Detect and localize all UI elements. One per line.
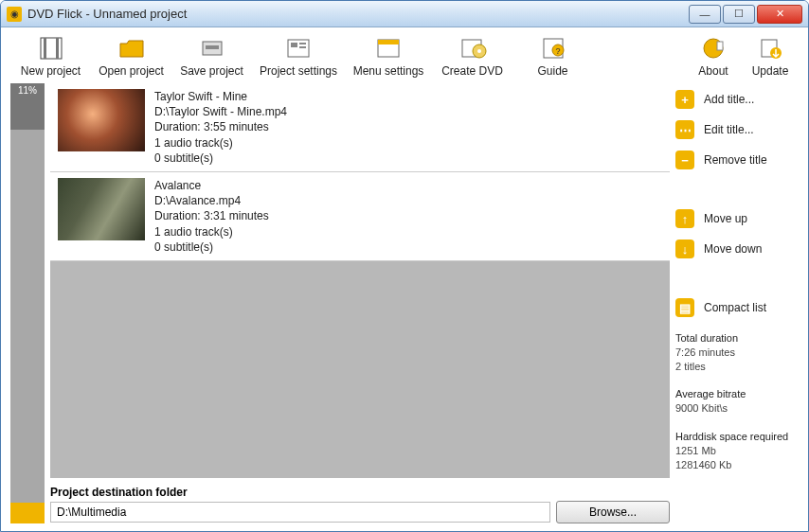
title-row[interactable]: Taylor Swift - Mine D:\Taylor Swift - Mi… [50,83,670,172]
title-list[interactable]: Taylor Swift - Mine D:\Taylor Swift - Mi… [50,83,670,478]
side-panel: + Add title... ⋯ Edit title... − Remove … [675,83,799,523]
title-audio: 1 audio track(s) [154,135,287,151]
update-button[interactable]: Update [742,33,799,80]
guide-button[interactable]: ? Guide [512,33,593,80]
title-info: Taylor Swift - Mine D:\Taylor Swift - Mi… [154,89,287,166]
svg-rect-4 [206,45,219,49]
project-settings-icon [283,35,314,62]
svg-rect-2 [56,38,59,59]
add-title-button[interactable]: + Add title... [675,87,799,112]
title-path: D:\Avalance.mp4 [154,193,269,208]
plus-icon: + [675,90,694,109]
move-down-button[interactable]: ↓ Move down [675,237,799,261]
compact-list-button[interactable]: ▤ Compact list [675,295,799,320]
svg-point-13 [477,49,481,53]
disc-usage-column: 11% [10,83,45,523]
edit-icon: ⋯ [675,120,694,139]
save-project-button[interactable]: Save project [171,33,252,80]
list-icon: ▤ [675,298,694,317]
main-toolbar: New project Open project Save project Pr… [1,27,808,83]
title-duration: Duration: 3:31 minutes [154,208,269,223]
total-titles-value: 2 titles [675,360,799,374]
middle-column: Taylor Swift - Mine D:\Taylor Swift - Mi… [50,83,670,523]
edit-title-button[interactable]: ⋯ Edit title... [675,117,799,142]
guide-icon: ? [538,35,568,62]
create-dvd-button[interactable]: Create DVD [432,33,512,80]
svg-text:?: ? [555,46,560,56]
title-thumbnail [58,178,145,240]
about-button[interactable]: About [685,33,742,80]
open-folder-icon [117,35,147,62]
disc-usage-marker [10,503,45,523]
title-audio: 1 audio track(s) [154,224,269,239]
remove-title-button[interactable]: − Remove title [675,148,799,172]
content-area: 11% Taylor Swift - Mine D:\Taylor Swift … [1,83,808,531]
move-up-button[interactable]: ↑ Move up [675,206,799,231]
title-subs: 0 subtitle(s) [154,239,269,255]
about-icon [698,35,728,62]
title-name: Avalance [154,178,269,193]
stats-block: Total duration 7:26 minutes 2 titles Ave… [675,331,799,471]
title-subs: 0 subtitle(s) [154,151,287,166]
window-title: DVD Flick - Unnamed project [27,7,689,21]
total-duration-head: Total duration [675,331,799,346]
app-icon: ◉ [7,7,22,22]
destination-input[interactable] [50,502,550,523]
svg-rect-6 [291,43,297,47]
disc-icon [458,35,488,62]
destination-label: Project destination folder [50,486,670,499]
browse-button[interactable]: Browse... [556,501,670,523]
svg-rect-7 [299,43,306,44]
app-window: ◉ DVD Flick - Unnamed project — ☐ ✕ New … [0,0,809,532]
minimize-button[interactable]: — [689,5,721,24]
arrow-down-icon: ↓ [675,239,694,258]
svg-rect-18 [717,42,723,50]
menu-settings-button[interactable]: Menu settings [345,33,432,80]
maximize-button[interactable]: ☐ [723,5,755,24]
svg-rect-1 [44,38,46,59]
destination-section: Project destination folder Browse... [50,482,670,523]
open-project-button[interactable]: Open project [91,33,171,80]
project-settings-button[interactable]: Project settings [252,33,345,80]
disc-usage-bar: 11% [10,83,45,503]
title-path: D:\Taylor Swift - Mine.mp4 [154,104,287,119]
minus-icon: − [675,151,694,169]
disc-usage-percent: 11% [10,83,45,130]
space-mb-value: 1251 Mb [675,444,799,458]
title-duration: Duration: 3:55 minutes [154,119,287,134]
svg-rect-10 [378,40,399,44]
new-project-button[interactable]: New project [10,33,91,80]
update-icon [755,35,785,62]
bitrate-value: 9000 Kbit\s [675,401,799,416]
new-project-icon [36,35,66,62]
svg-rect-8 [299,46,306,48]
arrow-up-icon: ↑ [675,209,694,228]
titlebar[interactable]: ◉ DVD Flick - Unnamed project — ☐ ✕ [1,1,808,27]
title-name: Taylor Swift - Mine [154,89,287,104]
save-icon [197,35,227,62]
title-row[interactable]: Avalance D:\Avalance.mp4 Duration: 3:31 … [50,172,670,261]
total-duration-value: 7:26 minutes [675,346,799,360]
menu-settings-icon [373,35,404,62]
close-button[interactable]: ✕ [757,5,802,24]
space-kb-value: 1281460 Kb [675,458,799,472]
title-thumbnail [58,89,145,151]
title-info: Avalance D:\Avalance.mp4 Duration: 3:31 … [154,178,269,255]
bitrate-head: Average bitrate [675,387,799,401]
space-head: Harddisk space required [675,430,799,444]
window-controls: — ☐ ✕ [689,5,802,24]
